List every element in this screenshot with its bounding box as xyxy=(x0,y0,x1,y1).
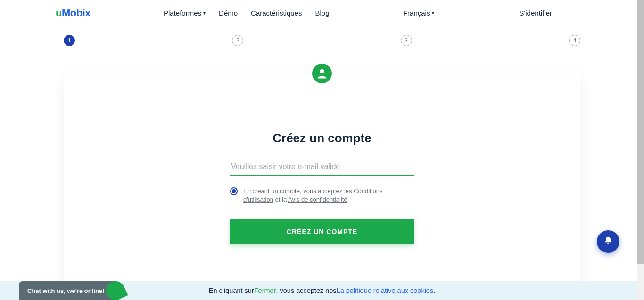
cookie-prefix: En cliquant sur xyxy=(209,287,254,294)
form-title: Créez un compte xyxy=(83,131,561,146)
create-account-button[interactable]: CRÉEZ UN COMPTE xyxy=(230,219,414,244)
step-line xyxy=(82,41,225,41)
cookie-mid: , vous acceptez nos xyxy=(276,287,336,294)
cookie-close-link[interactable]: Fermer xyxy=(254,287,276,294)
form: En créant un compte, vous acceptez les C… xyxy=(230,159,414,244)
nav-platforms-label: Plateformes xyxy=(164,9,201,17)
bell-icon xyxy=(603,236,613,247)
scrollbar-thumb[interactable] xyxy=(637,0,644,264)
nav-demo[interactable]: Démo xyxy=(219,9,238,17)
email-input[interactable] xyxy=(230,159,414,176)
svg-point-0 xyxy=(320,69,324,73)
chat-widget[interactable]: Chat with us, we're online! xyxy=(19,281,119,300)
language-selector[interactable]: Français ▾ xyxy=(403,9,435,17)
chevron-down-icon: ▾ xyxy=(203,10,206,16)
logo[interactable]: uMobix xyxy=(56,7,91,19)
nav-platforms[interactable]: Plateformes ▾ xyxy=(164,9,206,17)
stepper: 1 2 3 4 xyxy=(0,35,644,46)
step-line xyxy=(419,41,562,41)
nav-features[interactable]: Caractéristiques xyxy=(251,9,302,17)
privacy-link[interactable]: Avis de confidentialité xyxy=(288,196,347,203)
signup-card: Créez un compte En créant un compte, vou… xyxy=(64,73,580,290)
consent-text: En créant un compte, vous acceptez les C… xyxy=(243,187,414,203)
consent-middle: et la xyxy=(273,196,288,203)
nav-blog[interactable]: Blog xyxy=(315,9,329,17)
notification-fab[interactable] xyxy=(597,230,619,253)
card-wrapper: Créez un compte En créant un compte, vou… xyxy=(0,73,644,290)
consent-prefix: En créant un compte, vous acceptez xyxy=(243,187,344,195)
radio-dot-icon xyxy=(232,189,236,193)
chevron-down-icon: ▾ xyxy=(432,10,434,16)
cookie-policy-link[interactable]: La politique relative aux cookies xyxy=(337,287,434,294)
chat-text: Chat with us, we're online! xyxy=(27,287,104,294)
consent-radio[interactable] xyxy=(230,187,238,195)
header: uMobix Plateformes ▾ Démo Caractéristiqu… xyxy=(0,0,644,26)
nav: Plateformes ▾ Démo Caractéristiques Blog xyxy=(164,9,329,17)
person-icon xyxy=(312,64,332,83)
step-4: 4 xyxy=(569,35,580,46)
cookie-suffix: . xyxy=(433,287,435,294)
language-label: Français xyxy=(403,9,430,17)
step-1: 1 xyxy=(64,35,75,46)
step-line xyxy=(250,41,394,41)
signin-link[interactable]: S'identifier xyxy=(519,9,552,17)
logo-part-mobix: Mobix xyxy=(62,7,91,19)
step-3: 3 xyxy=(401,35,412,46)
consent-row: En créant un compte, vous acceptez les C… xyxy=(230,187,414,203)
step-2: 2 xyxy=(232,35,243,46)
logo-part-u: u xyxy=(56,7,62,19)
